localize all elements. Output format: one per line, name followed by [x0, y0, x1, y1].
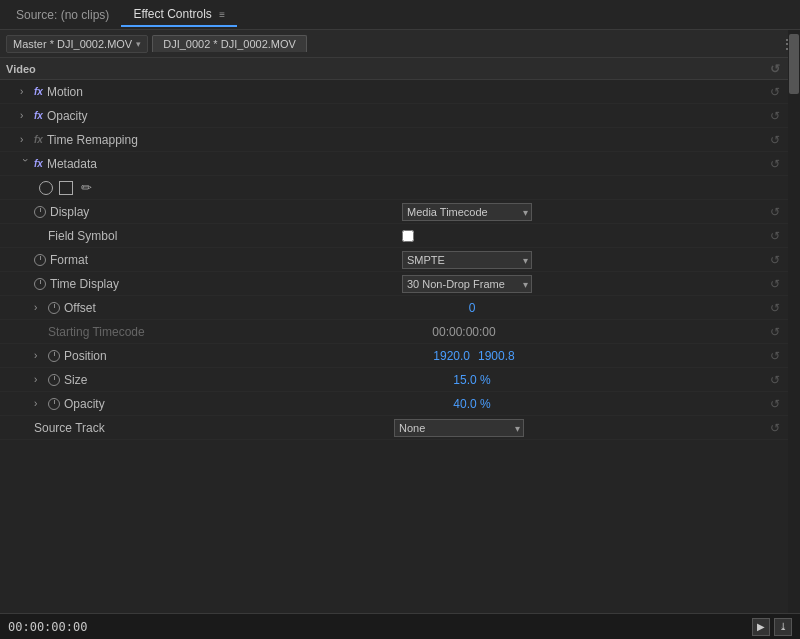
- size-value[interactable]: 15.0 %: [453, 373, 490, 387]
- scroll-thumb[interactable]: [789, 34, 799, 94]
- timecode-controls: ▶ ⤓: [752, 618, 792, 636]
- field-symbol-checkbox[interactable]: [402, 230, 414, 242]
- metadata-opacity-stopwatch[interactable]: [48, 398, 60, 410]
- metadata-label: Metadata: [47, 157, 167, 171]
- starting-timecode-row: Starting Timecode 00:00:00:00 ↺: [0, 320, 788, 344]
- offset-label: Offset: [64, 301, 184, 315]
- opacity-fx-badge: fx: [34, 110, 43, 121]
- time-remapping-fx-badge: fx: [34, 134, 43, 145]
- opacity-expand[interactable]: ›: [20, 110, 30, 121]
- format-dropdown-wrapper: SMPTE Frame Feet+Frames: [402, 251, 532, 269]
- master-clip-selector[interactable]: Master * DJI_0002.MOV ▾: [6, 35, 148, 53]
- display-dropdown[interactable]: Media Timecode Source Timecode Custom: [402, 203, 532, 221]
- display-row: Display Media Timecode Source Timecode C…: [0, 200, 788, 224]
- metadata-expand[interactable]: ›: [20, 159, 31, 169]
- video-section-reset[interactable]: ↺: [768, 62, 782, 76]
- metadata-reset[interactable]: ↺: [768, 157, 782, 171]
- position-row: › Position 1920.0 1900.8 ↺: [0, 344, 788, 368]
- size-row: › Size 15.0 % ↺: [0, 368, 788, 392]
- source-track-dropdown-wrapper: None Track 1 Track 2: [394, 419, 524, 437]
- field-symbol-label: Field Symbol: [48, 229, 168, 243]
- display-label: Display: [50, 205, 170, 219]
- position-label: Position: [64, 349, 184, 363]
- offset-row: › Offset 0 ↺: [0, 296, 788, 320]
- clip-selector-row: Master * DJI_0002.MOV ▾ DJI_0002 * DJI_0…: [0, 30, 800, 58]
- motion-label: Motion: [47, 85, 167, 99]
- time-display-reset[interactable]: ↺: [768, 277, 782, 291]
- tab-source[interactable]: Source: (no clips): [4, 4, 121, 26]
- metadata-opacity-row: › Opacity 40.0 % ↺: [0, 392, 788, 416]
- pen-tool[interactable]: ✏: [78, 180, 94, 196]
- size-label: Size: [64, 373, 184, 387]
- position-x[interactable]: 1920.0: [433, 349, 470, 363]
- size-reset[interactable]: ↺: [768, 373, 782, 387]
- display-reset[interactable]: ↺: [768, 205, 782, 219]
- opacity-label: Opacity: [47, 109, 167, 123]
- display-stopwatch[interactable]: [34, 206, 46, 218]
- time-display-dropdown-wrapper: 30 Non-Drop Frame 24 25 29.97 Drop Frame: [402, 275, 532, 293]
- time-remapping-label: Time Remapping: [47, 133, 167, 147]
- source-track-label: Source Track: [34, 421, 154, 435]
- metadata-row: › fx Metadata ↺: [0, 152, 788, 176]
- motion-fx-badge: fx: [34, 86, 43, 97]
- timecode-bar: 00:00:00:00 ▶ ⤓: [0, 613, 800, 639]
- timecode-value: 00:00:00:00: [8, 620, 87, 634]
- play-button[interactable]: ▶: [752, 618, 770, 636]
- offset-expand[interactable]: ›: [34, 302, 44, 313]
- tab-effect-controls[interactable]: Effect Controls ≡: [121, 3, 237, 27]
- time-remapping-expand[interactable]: ›: [20, 134, 30, 145]
- opacity-reset[interactable]: ↺: [768, 109, 782, 123]
- size-stopwatch[interactable]: [48, 374, 60, 386]
- metadata-opacity-reset[interactable]: ↺: [768, 397, 782, 411]
- source-track-reset[interactable]: ↺: [768, 421, 782, 435]
- position-reset[interactable]: ↺: [768, 349, 782, 363]
- empty-space: [0, 440, 788, 613]
- time-display-stopwatch[interactable]: [34, 278, 46, 290]
- active-clip-tab[interactable]: DJI_0002 * DJI_0002.MOV: [152, 35, 307, 52]
- time-display-dropdown[interactable]: 30 Non-Drop Frame 24 25 29.97 Drop Frame: [402, 275, 532, 293]
- properties-panel: Video ↺ › fx Motion ↺ › fx Opacity ↺ › f…: [0, 58, 788, 613]
- master-dropdown-arrow: ▾: [136, 39, 141, 49]
- metadata-opacity-value[interactable]: 40.0 %: [453, 397, 490, 411]
- time-display-row: Time Display 30 Non-Drop Frame 24 25 29.…: [0, 272, 788, 296]
- position-expand[interactable]: ›: [34, 350, 44, 361]
- motion-row: › fx Motion ↺: [0, 80, 788, 104]
- position-stopwatch[interactable]: [48, 350, 60, 362]
- motion-expand[interactable]: ›: [20, 86, 30, 97]
- shape-tools-row: ✏: [0, 176, 788, 200]
- format-row: Format SMPTE Frame Feet+Frames ↺: [0, 248, 788, 272]
- starting-timecode-reset[interactable]: ↺: [768, 325, 782, 339]
- video-section-label: Video: [6, 63, 36, 75]
- field-symbol-reset[interactable]: ↺: [768, 229, 782, 243]
- format-reset[interactable]: ↺: [768, 253, 782, 267]
- format-label: Format: [50, 253, 170, 267]
- time-remapping-row: › fx Time Remapping ↺: [0, 128, 788, 152]
- metadata-fx-badge: fx: [34, 158, 43, 169]
- position-values: 1920.0 1900.8: [433, 349, 514, 363]
- opacity-row: › fx Opacity ↺: [0, 104, 788, 128]
- starting-timecode-label: Starting Timecode: [48, 325, 168, 339]
- size-expand[interactable]: ›: [34, 374, 44, 385]
- tab-menu-icon[interactable]: ≡: [219, 9, 225, 20]
- video-section-header: Video ↺: [0, 58, 788, 80]
- shape-tools: ✏: [38, 180, 94, 196]
- tab-bar: Source: (no clips) Effect Controls ≡: [0, 0, 800, 30]
- time-remapping-reset[interactable]: ↺: [768, 133, 782, 147]
- offset-stopwatch[interactable]: [48, 302, 60, 314]
- ellipse-tool[interactable]: [38, 180, 54, 196]
- position-y[interactable]: 1900.8: [478, 349, 515, 363]
- motion-reset[interactable]: ↺: [768, 85, 782, 99]
- format-dropdown[interactable]: SMPTE Frame Feet+Frames: [402, 251, 532, 269]
- metadata-opacity-expand[interactable]: ›: [34, 398, 44, 409]
- rect-tool[interactable]: [58, 180, 74, 196]
- display-dropdown-wrapper: Media Timecode Source Timecode Custom: [402, 203, 532, 221]
- source-track-row: Source Track None Track 1 Track 2 ↺: [0, 416, 788, 440]
- field-symbol-row: Field Symbol ↺: [0, 224, 788, 248]
- scrollbar[interactable]: [788, 30, 800, 613]
- source-track-dropdown[interactable]: None Track 1 Track 2: [394, 419, 524, 437]
- format-stopwatch[interactable]: [34, 254, 46, 266]
- metadata-opacity-label: Opacity: [64, 397, 184, 411]
- offset-reset[interactable]: ↺: [768, 301, 782, 315]
- offset-value[interactable]: 0: [469, 301, 476, 315]
- export-button[interactable]: ⤓: [774, 618, 792, 636]
